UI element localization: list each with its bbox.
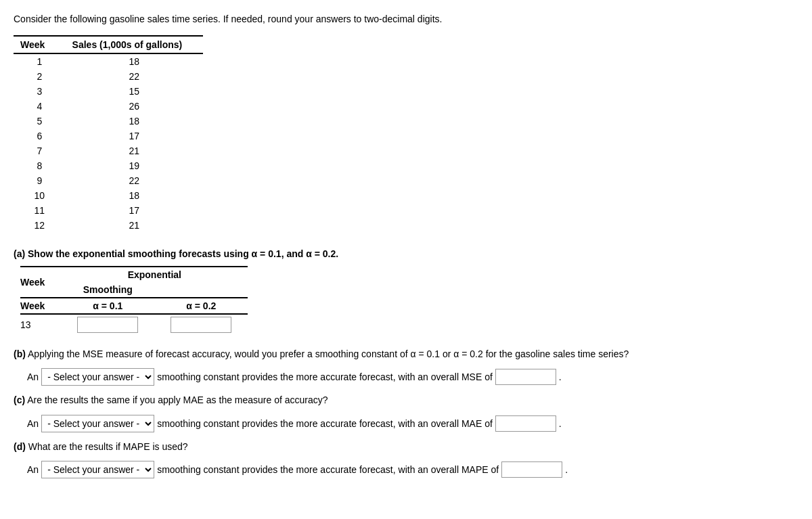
smooth-exp-header-bottom: Smoothing (61, 282, 154, 298)
part-c-select[interactable]: - Select your answer - α = 0.1 α = 0.2 (41, 415, 154, 432)
part-c-answer-row: An - Select your answer - α = 0.1 α = 0.… (27, 415, 798, 432)
week-cell: 10 (14, 188, 66, 203)
smooth-alpha2-input[interactable] (171, 317, 231, 333)
week-cell: 3 (14, 84, 66, 99)
part-b-middle-text: smoothing constant provides the more acc… (157, 371, 493, 382)
col-sales-header: Sales (1,000s of gallons) (66, 36, 203, 53)
smooth-alpha1-input[interactable] (77, 317, 138, 333)
smooth-row-13: 13 (20, 314, 248, 336)
data-table-row: 1117 (14, 203, 203, 218)
sales-cell: 15 (66, 84, 203, 99)
smooth-alpha2-header: α = 0.2 (154, 298, 248, 314)
part-b-mse-input[interactable] (495, 369, 556, 385)
part-a-section: (a) Show the exponential smoothing forec… (14, 248, 798, 336)
part-b-period: . (559, 371, 562, 382)
data-table-row: 222 (14, 69, 203, 84)
sales-cell: 17 (66, 203, 203, 218)
week-cell: 2 (14, 69, 66, 84)
week-cell: 7 (14, 143, 66, 158)
part-d-answer-row: An - Select your answer - α = 0.1 α = 0.… (27, 461, 798, 478)
data-table-row: 819 (14, 158, 203, 173)
data-table: Week Sales (1,000s of gallons) 118222315… (14, 35, 203, 235)
part-a-label: (a) Show the exponential smoothing forec… (14, 248, 798, 259)
week-cell: 4 (14, 99, 66, 114)
part-b-select[interactable]: - Select your answer - α = 0.1 α = 0.2 (41, 368, 154, 386)
smooth-alpha1-header: α = 0.1 (61, 298, 154, 314)
smooth-exp-header-top: Exponential (61, 267, 248, 282)
sales-cell: 18 (66, 114, 203, 129)
week-cell: 9 (14, 173, 66, 188)
part-b-section: (b) Applying the MSE measure of forecast… (14, 346, 798, 386)
sales-cell: 17 (66, 129, 203, 143)
intro-text: Consider the following gasoline sales ti… (14, 14, 798, 24)
part-b-answer-row: An - Select your answer - α = 0.1 α = 0.… (27, 368, 798, 386)
sales-cell: 19 (66, 158, 203, 173)
data-table-row: 118 (14, 53, 203, 69)
data-table-row: 617 (14, 129, 203, 143)
week-cell: 5 (14, 114, 66, 129)
sales-cell: 26 (66, 99, 203, 114)
part-c-section: (c) Are the results the same if you appl… (14, 392, 798, 432)
part-d-question: (d) What are the results if MAPE is used… (14, 439, 798, 454)
sales-cell: 21 (66, 218, 203, 235)
smooth-week-13: 13 (20, 314, 61, 336)
sales-cell: 22 (66, 173, 203, 188)
smooth-alpha2-input-cell[interactable] (154, 314, 248, 336)
week-cell: 1 (14, 53, 66, 69)
smooth-alpha1-input-cell[interactable] (61, 314, 154, 336)
part-c-mae-input[interactable] (495, 415, 556, 432)
data-table-row: 1018 (14, 188, 203, 203)
part-c-middle-text: smoothing constant provides the more acc… (157, 418, 493, 429)
data-table-row: 426 (14, 99, 203, 114)
part-c-prefix: An (27, 418, 39, 429)
week-cell: 11 (14, 203, 66, 218)
part-d-select[interactable]: - Select your answer - α = 0.1 α = 0.2 (41, 461, 154, 478)
part-d-middle-text: smoothing constant provides the more acc… (157, 464, 499, 475)
smoothing-table: Week Exponential Smoothing Week α = 0.1 … (20, 266, 248, 336)
data-table-row: 518 (14, 114, 203, 129)
week-cell: 12 (14, 218, 66, 235)
part-c-question: (c) Are the results the same if you appl… (14, 392, 798, 407)
smooth-week-header: Week (20, 267, 61, 298)
week-cell: 6 (14, 129, 66, 143)
sales-cell: 21 (66, 143, 203, 158)
data-table-row: 922 (14, 173, 203, 188)
sales-cell: 18 (66, 188, 203, 203)
data-table-row: 315 (14, 84, 203, 99)
part-d-mape-input[interactable] (501, 461, 562, 478)
part-b-prefix: An (27, 371, 39, 382)
data-table-row: 1221 (14, 218, 203, 235)
data-table-row: 721 (14, 143, 203, 158)
part-a-question: Show the exponential smoothing forecasts… (28, 248, 338, 259)
part-b-question: (b) Applying the MSE measure of forecast… (14, 346, 798, 361)
part-d-period: . (565, 464, 568, 475)
sales-cell: 18 (66, 53, 203, 69)
part-c-period: . (559, 418, 562, 429)
part-d-section: (d) What are the results if MAPE is used… (14, 439, 798, 478)
col-week-header: Week (14, 36, 66, 53)
week-cell: 8 (14, 158, 66, 173)
sales-cell: 22 (66, 69, 203, 84)
part-d-prefix: An (27, 464, 39, 475)
